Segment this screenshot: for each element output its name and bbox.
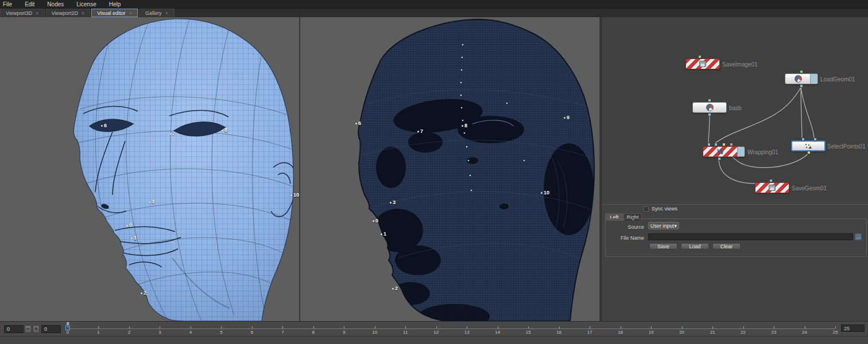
landmark-number: 2	[144, 290, 146, 296]
menu-item-edit[interactable]: Edit	[18, 0, 41, 9]
menu-item-nodes[interactable]: Nodes	[41, 0, 70, 9]
tab-viewport3d[interactable]: Viewport3D×	[0, 9, 45, 17]
tick-mark	[375, 326, 375, 329]
menu-item-file[interactable]: File	[0, 0, 18, 9]
tick-label: 0	[67, 330, 69, 335]
menu-item-help[interactable]: Help	[103, 0, 127, 9]
node-label: SaveImage01	[722, 61, 758, 67]
frame-start-field[interactable]: 0	[4, 325, 24, 333]
landmark-point-3[interactable]: 3	[390, 200, 396, 205]
node-graph-canvas[interactable]: SaveImage01 LoadGeom01 basb	[602, 17, 868, 204]
tick-label: 12	[433, 330, 439, 335]
tab-visual-editor[interactable]: Visual editor×	[91, 9, 138, 17]
source-dropdown-value: User input	[650, 223, 674, 229]
landmark-point-9[interactable]: 9	[564, 115, 569, 120]
status-strip	[0, 336, 868, 344]
landmark-point-10[interactable]: 10	[290, 192, 299, 198]
port-geom-out[interactable]	[718, 157, 721, 161]
panel-buttons: SaveLoadClear	[649, 243, 741, 249]
port-image-in[interactable]	[698, 55, 702, 58]
landmark-dot-icon	[373, 220, 374, 222]
save-button[interactable]: Save	[649, 243, 677, 249]
tick-mark	[467, 326, 467, 329]
menu-item-license[interactable]: License	[70, 0, 102, 9]
load-button[interactable]: Load	[681, 243, 709, 249]
port-floating-geom-in[interactable]	[707, 143, 711, 146]
landmark-point-6[interactable]: 6	[101, 123, 107, 128]
file-name-input[interactable]	[648, 233, 853, 240]
tab-label: Viewport3D	[6, 10, 32, 16]
node-save-image[interactable]: SaveImage01	[685, 58, 720, 69]
tick-label: 7	[281, 330, 284, 335]
port-points-in[interactable]	[722, 143, 726, 146]
sync-views-checkbox[interactable]	[644, 206, 649, 212]
landmark-point-2[interactable]: 2	[141, 290, 146, 296]
landmark-point-2[interactable]: 2	[392, 286, 398, 291]
landmark-point-0[interactable]: 0	[126, 222, 132, 228]
tick-mark	[98, 326, 99, 329]
close-icon[interactable]: ×	[129, 10, 132, 16]
tick-label: 16	[556, 330, 561, 335]
source-dropdown[interactable]: User input ▾	[648, 222, 679, 229]
tick-mark	[743, 326, 744, 329]
port-geom-out[interactable]	[800, 84, 803, 88]
tick-label: 19	[649, 330, 654, 335]
port-geom-b-in[interactable]	[813, 138, 817, 141]
port-geom-in[interactable]	[769, 179, 773, 182]
landmark-point-6[interactable]: 6	[355, 120, 361, 126]
tick-label: 21	[710, 330, 715, 335]
tick-mark	[191, 326, 191, 329]
port-geom-a-in[interactable]	[801, 138, 805, 141]
node-label: Wrapping01	[747, 148, 778, 155]
landmark-number: 10	[293, 192, 299, 198]
clear-button[interactable]: Clear	[712, 243, 741, 249]
landmark-number: 6	[104, 123, 107, 128]
frame-current-field[interactable]: 0	[41, 325, 61, 333]
tab-gallery[interactable]: Gallery×	[139, 9, 175, 17]
tick-label: 13	[464, 330, 470, 335]
landmark-point-7[interactable]: 7	[417, 128, 423, 134]
landmark-point-8[interactable]: 8	[222, 127, 227, 133]
landmark-dot-icon	[126, 225, 128, 226]
tab-viewport2d[interactable]: Viewport2D×	[46, 9, 91, 17]
tick-mark	[160, 326, 160, 329]
source-label: Source	[627, 224, 644, 230]
landmark-point-8[interactable]: 8	[462, 123, 467, 128]
landmark-point-1[interactable]: 1	[381, 231, 386, 237]
port-free-polygons-in[interactable]	[730, 143, 733, 146]
node-wrapping[interactable]: W Wrapping01	[703, 146, 745, 157]
landmark-point-10[interactable]: 10	[541, 190, 549, 196]
port-fixed-geom-in[interactable]	[714, 143, 718, 146]
tick-label: 17	[587, 330, 592, 335]
menu-bar: FileEditNodesLicenseHelp	[0, 0, 868, 9]
end-frame-field[interactable]: 25	[841, 325, 865, 332]
node-save-geom[interactable]: SaveGeom01	[755, 182, 789, 193]
landmark-dot-icon	[141, 292, 142, 294]
port-filename-in[interactable]	[800, 70, 803, 73]
port-filename-in[interactable]	[708, 99, 711, 102]
node-select-points[interactable]: SelectPoints01	[791, 140, 826, 151]
close-icon[interactable]: ×	[82, 10, 84, 16]
landmark-dot-icon	[564, 117, 565, 119]
viewport-left-basemesh[interactable]: 678103012	[0, 17, 299, 321]
port-points-out[interactable]	[807, 151, 811, 154]
frame-increment-button[interactable]: +	[33, 325, 40, 333]
landmark-point-7[interactable]: 7	[169, 131, 175, 136]
landmark-number: 8	[464, 123, 467, 128]
landmark-point-0[interactable]: 0	[373, 218, 378, 224]
landmark-point-1[interactable]: 1	[131, 235, 137, 241]
node-output-cap	[737, 147, 745, 157]
tick-label: 2	[128, 330, 130, 335]
frame-decrement-button[interactable]: −	[25, 325, 32, 333]
close-icon[interactable]: ×	[165, 10, 168, 16]
landmark-point-3[interactable]: 3	[149, 199, 154, 205]
viewport-right-scan[interactable]: 6789103012	[300, 17, 599, 321]
browse-button[interactable]: ...	[855, 233, 862, 240]
timeline-ruler[interactable]: 0 01234567891011121314151617181920212223…	[68, 322, 835, 337]
port-geom-out[interactable]	[708, 113, 711, 116]
tick-mark	[498, 326, 498, 329]
close-icon[interactable]: ×	[36, 10, 38, 16]
node-load-geom[interactable]: LoadGeom01	[785, 73, 818, 84]
node-basb[interactable]: basb	[692, 102, 727, 113]
tick-mark	[621, 326, 621, 329]
